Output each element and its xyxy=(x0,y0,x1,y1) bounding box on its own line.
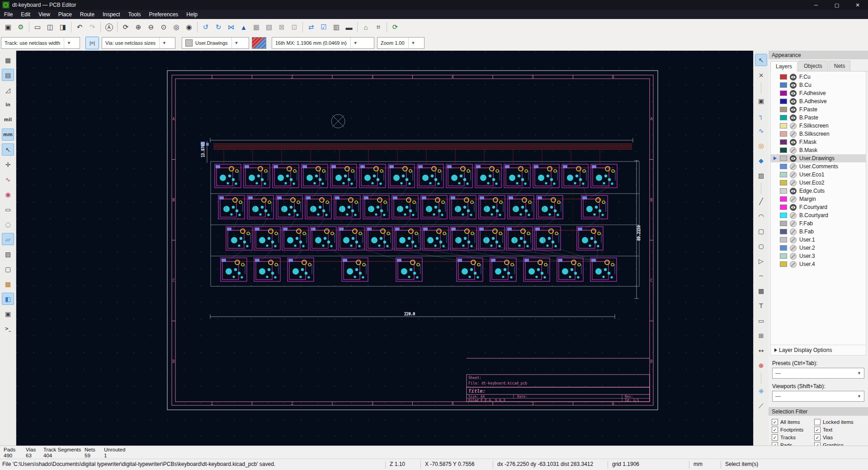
layer-row-b-adhesive[interactable]: B.Adhesive xyxy=(771,97,866,105)
inactive-layer-dim-toggle[interactable]: ◧ xyxy=(2,293,14,305)
drc-button[interactable]: ☑ xyxy=(318,21,330,33)
layer-display-options[interactable]: Layer Display Options xyxy=(770,345,866,356)
layer-color-swatch[interactable] xyxy=(780,164,787,169)
close-button[interactable]: ✕ xyxy=(847,0,868,10)
unlock-button[interactable]: ⊡ xyxy=(288,21,300,33)
layer-color-swatch[interactable] xyxy=(780,115,787,120)
zoom-out-button[interactable]: ⊖ xyxy=(145,21,157,33)
layer-row-user-drawings[interactable]: User.Drawings xyxy=(771,154,866,162)
sketch-tracks-toggle[interactable]: ▭ xyxy=(2,203,14,215)
polar-coordinates-toggle[interactable]: ◿ xyxy=(2,84,14,96)
eye-hidden-icon[interactable] xyxy=(790,261,797,268)
presets-select[interactable]: ---▼ xyxy=(772,368,864,379)
layer-color-swatch[interactable] xyxy=(780,213,787,218)
eye-visible-icon[interactable] xyxy=(790,139,797,146)
track-posture-toggle[interactable]: |=| xyxy=(85,37,99,49)
layer-color-swatch[interactable] xyxy=(780,261,787,267)
via-size-select[interactable]: Via: use netclass sizes▼ xyxy=(102,37,175,49)
viewports-select[interactable]: ---▼ xyxy=(772,391,864,402)
menu-tools[interactable]: Tools xyxy=(124,10,145,19)
scripting-console-button[interactable]: >_ xyxy=(2,323,14,335)
track-width-select[interactable]: Track: use netclass width▼ xyxy=(1,37,80,49)
rotate-cw-button[interactable]: ↻ xyxy=(212,21,224,33)
add-table-tool[interactable]: ⊞ xyxy=(755,329,767,342)
layer-color-swatch[interactable] xyxy=(780,204,787,210)
layer-color-swatch[interactable] xyxy=(780,123,787,128)
layer-row-f-courtyard[interactable]: F.Courtyard xyxy=(771,203,866,211)
layer-row-user-eco1[interactable]: User.Eco1 xyxy=(771,171,866,179)
eye-hidden-icon[interactable] xyxy=(790,245,797,252)
layer-row-user-eco2[interactable]: User.Eco2 xyxy=(771,179,866,187)
layer-color-swatch[interactable] xyxy=(780,245,787,251)
board-view[interactable]: 112233445566AABBCCDDSheet:File: dt-keybo… xyxy=(16,51,753,446)
zoom-select[interactable]: Zoom 1.00▼ xyxy=(377,37,425,49)
menu-inspect[interactable]: Inspect xyxy=(99,10,124,19)
draw-rectangle-tool[interactable]: ▢ xyxy=(755,225,767,237)
tab-nets[interactable]: Nets xyxy=(829,61,851,71)
add-textbox-tool[interactable]: ▭ xyxy=(755,314,767,327)
eye-hidden-icon[interactable] xyxy=(790,147,797,154)
layer-color-swatch[interactable] xyxy=(780,82,787,88)
draw-bezier-tool[interactable]: ～ xyxy=(755,270,767,282)
layer-color-swatch[interactable] xyxy=(780,221,787,226)
layer-color-swatch[interactable] xyxy=(780,107,787,112)
menu-route[interactable]: Route xyxy=(76,10,99,19)
layer-row-b-silkscreen[interactable]: B.Silkscreen xyxy=(771,130,866,138)
layer-color-swatch[interactable] xyxy=(780,188,787,194)
layer-row-f-mask[interactable]: F.Mask xyxy=(771,138,866,146)
group-button[interactable]: ▦ xyxy=(250,21,262,33)
units-mils-button[interactable]: mil xyxy=(2,114,14,126)
eye-visible-icon[interactable] xyxy=(790,82,797,89)
minimize-button[interactable]: ─ xyxy=(806,0,826,10)
grid-dots-toggle[interactable]: ▦ xyxy=(2,54,14,66)
print-button[interactable]: ◫ xyxy=(44,21,56,33)
filter-all-items[interactable]: ✓All items xyxy=(772,419,814,425)
layer-color-swatch[interactable] xyxy=(780,131,787,137)
cursor-shape-toggle[interactable]: ↖ xyxy=(2,143,14,156)
layer-color-swatch[interactable] xyxy=(780,156,787,161)
undo-button[interactable]: ↶ xyxy=(74,21,85,33)
add-via-tool[interactable]: ◎ xyxy=(755,139,767,152)
eye-visible-icon[interactable] xyxy=(790,74,797,81)
eye-hidden-icon[interactable] xyxy=(790,253,797,260)
calculator-tools-button[interactable]: ⌗ xyxy=(373,21,384,33)
layer-color-swatch[interactable] xyxy=(780,90,787,96)
pcb-canvas[interactable]: 112233445566AABBCCDDSheet:File: dt-keybo… xyxy=(16,51,753,446)
net-highlight-toggle[interactable]: ◉ xyxy=(2,188,14,200)
route-tracks-tool[interactable]: ┐ xyxy=(755,109,767,122)
select-tool[interactable]: ↖ xyxy=(755,54,767,66)
open-schematic-button[interactable]: ⌂ xyxy=(360,21,372,33)
layer-color-swatch[interactable] xyxy=(780,74,787,80)
grid-origin-tool[interactable]: ⁜ xyxy=(755,385,767,397)
layer-color-swatch[interactable] xyxy=(780,229,787,234)
layer-row-b-cu[interactable]: B.Cu xyxy=(771,81,866,89)
eye-visible-icon[interactable] xyxy=(790,188,797,195)
grid-select[interactable]: 16th MX: 1.1906 mm (0.0469 in)▼ xyxy=(272,37,374,49)
highlight-net-tool[interactable]: ⨯ xyxy=(755,69,767,81)
save-button[interactable]: ▣ xyxy=(2,21,14,33)
add-dimension-tool[interactable]: ↔ xyxy=(755,344,767,356)
zoom-in-button[interactable]: ⊕ xyxy=(132,21,144,33)
eye-hidden-icon[interactable] xyxy=(790,171,797,178)
maximize-button[interactable]: ▢ xyxy=(826,0,847,10)
refresh-view-button[interactable]: ⟳ xyxy=(120,21,132,33)
update-pcb-from-schematic-button[interactable]: ⇄ xyxy=(305,21,317,33)
layer-row-f-fab[interactable]: F.Fab xyxy=(771,219,866,228)
menu-help[interactable]: Help xyxy=(182,10,202,19)
eye-visible-icon[interactable] xyxy=(790,106,797,113)
lock-button[interactable]: ⊠ xyxy=(276,21,288,33)
layer-color-swatch[interactable] xyxy=(780,196,787,202)
layer-color-swatch[interactable] xyxy=(780,172,787,177)
tab-layers[interactable]: Layers xyxy=(770,61,797,71)
layer-color-swatch[interactable] xyxy=(780,237,787,242)
zoom-fit-button[interactable]: ⊙ xyxy=(158,21,170,33)
menu-preferences[interactable]: Preferences xyxy=(145,10,183,19)
eye-hidden-icon[interactable] xyxy=(790,237,797,243)
add-text-tool[interactable]: T xyxy=(755,299,767,312)
eye-visible-icon[interactable] xyxy=(790,204,797,211)
plot-button[interactable]: ◨ xyxy=(57,21,69,33)
eye-hidden-icon[interactable] xyxy=(790,131,797,138)
ratsnest-visibility-toggle[interactable]: ✛ xyxy=(2,158,14,171)
layer-row-f-adhesive[interactable]: F.Adhesive xyxy=(771,89,866,97)
layer-row-b-courtyard[interactable]: B.Courtyard xyxy=(771,211,866,219)
